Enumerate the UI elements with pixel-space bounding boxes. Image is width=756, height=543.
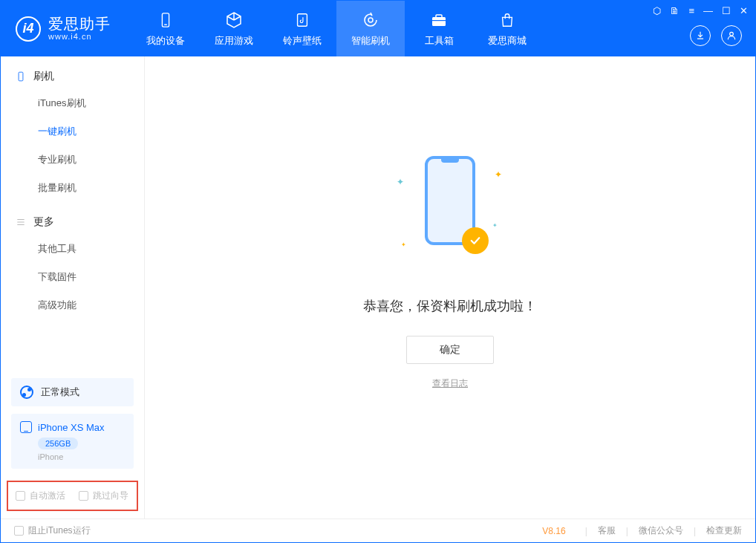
menu-icon[interactable]: ≡: [688, 5, 694, 16]
refresh-icon: [361, 10, 380, 30]
device-type: iPhone: [38, 452, 125, 461]
note-icon[interactable]: 🗎: [670, 5, 680, 16]
checkbox-label: 自动激活: [30, 490, 65, 502]
tab-apps-games[interactable]: 应用游戏: [200, 1, 268, 56]
main-tabs: 我的设备 应用游戏 铃声壁纸 智能刷机 工具箱 爱思商城: [131, 1, 541, 56]
sidebar-header-more: 更多: [1, 215, 144, 235]
footer-link-support[interactable]: 客服: [598, 524, 616, 537]
device-icon: [20, 421, 32, 433]
sidebar-header-label: 刷机: [33, 70, 54, 83]
sidebar-item-advanced[interactable]: 高级功能: [1, 291, 144, 319]
svg-rect-1: [164, 24, 167, 25]
svg-rect-8: [19, 72, 23, 81]
mode-label: 正常模式: [41, 386, 79, 399]
toolbox-icon: [429, 10, 449, 30]
success-illustration: ✦ ✦ ✦ ✦: [405, 156, 495, 275]
checkbox-icon: [16, 491, 25, 501]
logo-title: 爱思助手: [48, 16, 111, 32]
capacity-badge: 256GB: [38, 438, 78, 449]
footer-link-update[interactable]: 检查更新: [706, 524, 742, 537]
version-label: V8.16: [542, 526, 565, 536]
checkbox-label: 阻止iTunes运行: [28, 524, 91, 537]
sidebar-section-more: 更多 其他工具 下载固件 高级功能: [1, 202, 144, 319]
footer-bar: 阻止iTunes运行 V8.16 | 客服 | 微信公众号 | 检查更新: [1, 518, 755, 542]
svg-rect-2: [298, 13, 307, 26]
sidebar-item-pro-flash[interactable]: 专业刷机: [1, 146, 144, 174]
sparkle-icon: ✦: [397, 177, 404, 187]
main-content: ✦ ✦ ✦ ✦ 恭喜您，保资料刷机成功啦！ 确定 查看日志: [145, 56, 755, 518]
sidebar-section-flash: 刷机 iTunes刷机 一键刷机 专业刷机 批量刷机: [1, 56, 144, 202]
sidebar-item-oneclick-flash[interactable]: 一键刷机: [1, 117, 144, 146]
logo-subtitle: www.i4.cn: [48, 32, 111, 41]
tshirt-icon[interactable]: ⬡: [653, 5, 661, 16]
device-box[interactable]: iPhone XS Max 256GB iPhone: [11, 414, 134, 469]
body-area: 刷机 iTunes刷机 一键刷机 专业刷机 批量刷机 更多 其他工具 下载固件 …: [1, 56, 755, 518]
device-icon: [156, 10, 175, 30]
maximize-button[interactable]: ☐: [722, 5, 731, 16]
check-badge-icon: [462, 227, 489, 254]
bag-icon: [498, 10, 517, 30]
minimize-button[interactable]: —: [703, 5, 713, 16]
sparkle-icon: ✦: [401, 241, 406, 248]
music-icon: [293, 10, 312, 30]
checkbox-auto-activate[interactable]: 自动激活: [16, 490, 65, 502]
tab-my-device[interactable]: 我的设备: [131, 1, 200, 56]
svg-point-7: [730, 32, 734, 36]
sidebar-header-flash: 刷机: [1, 70, 144, 89]
tab-smart-flash[interactable]: 智能刷机: [336, 1, 405, 56]
tab-ringtone-wallpaper[interactable]: 铃声壁纸: [268, 1, 336, 56]
ok-button[interactable]: 确定: [406, 336, 494, 364]
sidebar-item-itunes-flash[interactable]: iTunes刷机: [1, 89, 144, 117]
user-button[interactable]: [721, 25, 742, 46]
header-right-buttons: [690, 25, 742, 46]
menu-icon: [16, 217, 26, 227]
svg-rect-5: [436, 15, 442, 18]
mode-box[interactable]: 正常模式: [11, 378, 134, 406]
svg-rect-4: [432, 17, 446, 26]
view-log-link[interactable]: 查看日志: [432, 377, 468, 390]
sidebar-item-other-tools[interactable]: 其他工具: [1, 235, 144, 263]
checkbox-block-itunes[interactable]: 阻止iTunes运行: [14, 524, 91, 537]
logo-icon: i4: [16, 16, 41, 42]
tab-label: 工具箱: [425, 34, 454, 48]
checkbox-panel: 自动激活 跳过向导: [7, 481, 138, 511]
tab-label: 我的设备: [146, 34, 185, 48]
checkbox-skip-guide[interactable]: 跳过向导: [79, 490, 128, 502]
sidebar-item-batch-flash[interactable]: 批量刷机: [1, 174, 144, 202]
sparkle-icon: ✦: [495, 169, 502, 180]
tab-toolbox[interactable]: 工具箱: [405, 1, 473, 56]
svg-rect-6: [432, 20, 446, 21]
window-controls: ⬡ 🗎 ≡ — ☐ ✕: [653, 5, 748, 16]
svg-point-3: [368, 18, 373, 22]
checkbox-icon: [14, 526, 24, 536]
sidebar-header-label: 更多: [33, 215, 54, 229]
footer-link-wechat[interactable]: 微信公众号: [639, 524, 683, 537]
tab-label: 应用游戏: [215, 34, 253, 48]
sidebar: 刷机 iTunes刷机 一键刷机 专业刷机 批量刷机 更多 其他工具 下载固件 …: [1, 56, 145, 518]
checkbox-label: 跳过向导: [93, 490, 128, 502]
cube-icon: [224, 10, 244, 30]
tab-store[interactable]: 爱思商城: [473, 1, 541, 56]
download-button[interactable]: [690, 25, 711, 46]
sparkle-icon: ✦: [492, 222, 498, 229]
device-name: iPhone XS Max: [38, 422, 105, 433]
success-message: 恭喜您，保资料刷机成功啦！: [363, 297, 537, 315]
sidebar-item-download-firmware[interactable]: 下载固件: [1, 263, 144, 291]
app-window: i4 爱思助手 www.i4.cn 我的设备 应用游戏 铃声壁纸 智能刷机: [0, 0, 756, 543]
checkbox-icon: [79, 491, 88, 501]
mode-icon: [20, 386, 33, 399]
phone-icon: [16, 71, 26, 82]
header-bar: i4 爱思助手 www.i4.cn 我的设备 应用游戏 铃声壁纸 智能刷机: [1, 1, 755, 56]
tab-label: 爱思商城: [488, 34, 527, 48]
tab-label: 铃声壁纸: [283, 34, 322, 48]
app-logo: i4 爱思助手 www.i4.cn: [16, 16, 111, 41]
tab-label: 智能刷机: [351, 34, 390, 48]
close-button[interactable]: ✕: [740, 5, 748, 16]
